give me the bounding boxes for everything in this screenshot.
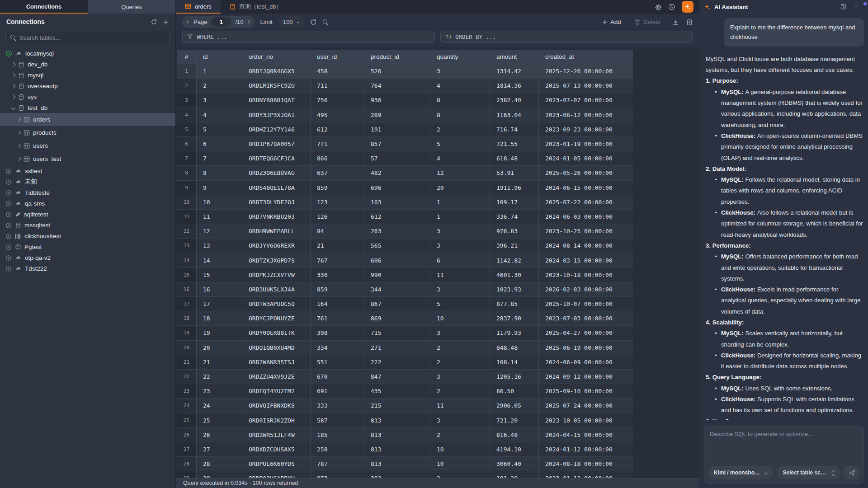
data-cell[interactable]: 2382.40 <box>490 93 539 108</box>
data-cell[interactable]: ORD3UUK5LXJ4A <box>242 282 311 297</box>
data-cell[interactable]: 5 <box>430 137 490 151</box>
data-cell[interactable]: 271 <box>364 341 430 355</box>
data-cell[interactable]: 8 <box>430 93 490 108</box>
data-cell[interactable]: 637 <box>311 166 364 180</box>
data-cell[interactable]: 26 <box>197 428 242 442</box>
table-row[interactable]: 1010ORDT3DLYDE2OJ1231031109.172025-07-22… <box>177 195 633 210</box>
table-row[interactable]: 1818ORDYCJPONUYZE761869102837.902023-07-… <box>177 311 633 326</box>
data-cell[interactable]: 848.48 <box>490 341 539 355</box>
data-cell[interactable]: 1205.16 <box>490 370 539 384</box>
data-cell[interactable]: 191 <box>364 122 430 137</box>
data-cell[interactable]: ORD2WANR35TSJ <box>242 355 311 370</box>
tree-item-未知[interactable]: 未知 <box>0 176 175 187</box>
tree-item-sys[interactable]: sys <box>0 91 175 102</box>
data-cell[interactable]: 11 <box>197 210 242 224</box>
data-cell[interactable]: 1179.93 <box>490 326 539 340</box>
data-cell[interactable]: 2024-08-18 00:00:00 <box>539 457 633 471</box>
data-cell[interactable]: 2 <box>430 471 490 478</box>
data-cell[interactable]: ORDQ1QB0XU4MD <box>242 341 311 355</box>
data-cell[interactable]: 333 <box>311 399 364 413</box>
column-header-product_id[interactable]: product_id <box>364 50 430 64</box>
data-cell[interactable]: ORDS48QE1L78A <box>242 181 311 195</box>
data-cell[interactable]: 813 <box>364 413 430 428</box>
data-cell[interactable]: ORDT3DLYDE2OJ <box>242 195 311 210</box>
data-cell[interactable]: 19 <box>197 326 242 340</box>
data-cell[interactable]: ORDHZ12Y7Y146 <box>242 122 311 137</box>
data-cell[interactable]: 17 <box>197 297 242 311</box>
data-cell[interactable]: 3 <box>197 93 242 108</box>
data-cell[interactable]: 3 <box>430 370 490 384</box>
data-cell[interactable]: 721.55 <box>490 137 539 151</box>
data-cell[interactable]: 721.20 <box>490 413 539 428</box>
data-cell[interactable]: 990 <box>364 268 430 282</box>
data-cell[interactable]: 57 <box>364 151 430 166</box>
data-cell[interactable]: 9 <box>197 181 242 195</box>
chat-scroll-area[interactable]: Explain to me the difference between mys… <box>706 18 864 420</box>
table-search[interactable] <box>5 31 170 44</box>
data-cell[interactable]: 1142.82 <box>490 253 539 267</box>
data-cell[interactable]: ORD0ISRJK2ZOH <box>242 413 311 428</box>
data-cell[interactable]: 458 <box>311 64 364 79</box>
data-cell[interactable]: 2023-09-23 00:00:00 <box>539 122 633 137</box>
data-cell[interactable]: 22 <box>197 370 242 384</box>
data-cell[interactable]: 2023-10-05 00:00:00 <box>539 413 633 428</box>
table-row[interactable]: 2929ORDB03VCARRYU8733822101.202023-01-12… <box>177 471 633 478</box>
data-cell[interactable]: 25 <box>197 413 242 428</box>
data-cell[interactable]: 2024-06-15 00:00:00 <box>539 181 633 195</box>
data-cell[interactable]: 2026-02-03 00:00:00 <box>539 282 633 297</box>
column-header-quantity[interactable]: quantity <box>430 50 490 64</box>
where-filter-input[interactable]: WHERE ... <box>182 31 435 43</box>
table-row[interactable]: 1111ORD7VNKRBU2031266121336.742024-06-03… <box>177 210 633 224</box>
data-cell[interactable]: 1163.04 <box>490 108 539 122</box>
data-cell[interactable]: 84 <box>311 224 364 239</box>
data-cell[interactable]: 2 <box>430 122 490 137</box>
column-header-#[interactable]: # <box>177 50 197 64</box>
data-cell[interactable]: 29 <box>197 471 242 478</box>
data-cell[interactable]: 24 <box>197 399 242 413</box>
tree-item-Tidbteste[interactable]: Tidbteste <box>0 187 175 198</box>
ai-assistant-button[interactable] <box>682 1 693 13</box>
data-cell[interactable]: 2023-01-19 00:00:00 <box>539 137 633 151</box>
data-cell[interactable]: 289 <box>364 108 430 122</box>
tree-item-dev_db[interactable]: dev_db <box>0 59 175 70</box>
model-selector[interactable]: Kimi / moonshot-v1- <box>708 466 773 479</box>
table-row[interactable]: 99ORDS48QE1L78A859696201911.962024-06-15… <box>177 181 633 195</box>
tree-item-clickhousttest[interactable]: clickhousttest <box>0 230 175 241</box>
tab-query-test-db[interactable]: 查询（test_db） <box>221 0 291 14</box>
tree-item-test_db[interactable]: test_db <box>0 102 175 113</box>
tab-queries[interactable]: Queries <box>88 0 175 14</box>
data-cell[interactable]: 1314.42 <box>490 64 539 79</box>
data-cell[interactable]: 1814.36 <box>490 79 539 93</box>
data-cell[interactable]: 20 <box>430 181 490 195</box>
data-cell[interactable]: 53.91 <box>490 166 539 180</box>
data-cell[interactable]: 2837.90 <box>490 311 539 326</box>
table-row[interactable]: 1313ORDJYV6O6REXR215653396.212024-08-14 … <box>177 239 633 253</box>
table-row[interactable]: 2222ORDZZU4XV9JZE67084731205.162024-09-1… <box>177 370 633 384</box>
data-cell[interactable]: 2023-10-18 00:00:00 <box>539 268 633 282</box>
data-cell[interactable]: 2025-07-13 00:00:00 <box>539 79 633 93</box>
table-row[interactable]: 55ORDHZ12Y7Y1466121912716.742023-09-23 0… <box>177 122 633 137</box>
data-cell[interactable]: 258 <box>311 442 364 457</box>
data-cell[interactable]: 2023-07-03 00:00:00 <box>539 311 633 326</box>
data-cell[interactable]: 4 <box>430 151 490 166</box>
tree-item-mysql[interactable]: mysql <box>0 70 175 80</box>
data-cell[interactable]: ORDPUL6K60YDS <box>242 457 311 471</box>
table-row[interactable]: 2020ORDQ1QB0XU4MD3342712848.482025-06-19… <box>177 341 633 355</box>
data-cell[interactable]: 618.48 <box>490 151 539 166</box>
tree-item-qa-sms[interactable]: qa-sms <box>0 198 175 209</box>
table-row[interactable]: 2323ORDFQT4YU2TM2691435286.502025-09-10 … <box>177 384 633 399</box>
data-cell[interactable]: 526 <box>364 64 430 79</box>
add-connection-icon[interactable] <box>163 18 169 26</box>
data-cell[interactable]: 330 <box>311 268 364 282</box>
table-row[interactable]: 2121ORD2WANR35TSJ5512222108.142024-06-09… <box>177 355 633 370</box>
data-cell[interactable]: 2025-04-27 00:00:00 <box>539 326 633 340</box>
data-cell[interactable]: 15 <box>197 268 242 282</box>
data-cell[interactable]: 23 <box>197 384 242 399</box>
data-cell[interactable]: 2024-01-05 00:00:00 <box>539 151 633 166</box>
data-cell[interactable]: 398 <box>311 326 364 340</box>
page-input[interactable]: 1 <box>211 17 231 27</box>
data-cell[interactable]: 382 <box>364 471 430 478</box>
data-cell[interactable]: 711 <box>311 79 364 93</box>
data-cell[interactable]: 5 <box>430 297 490 311</box>
data-cell[interactable]: 587 <box>311 413 364 428</box>
